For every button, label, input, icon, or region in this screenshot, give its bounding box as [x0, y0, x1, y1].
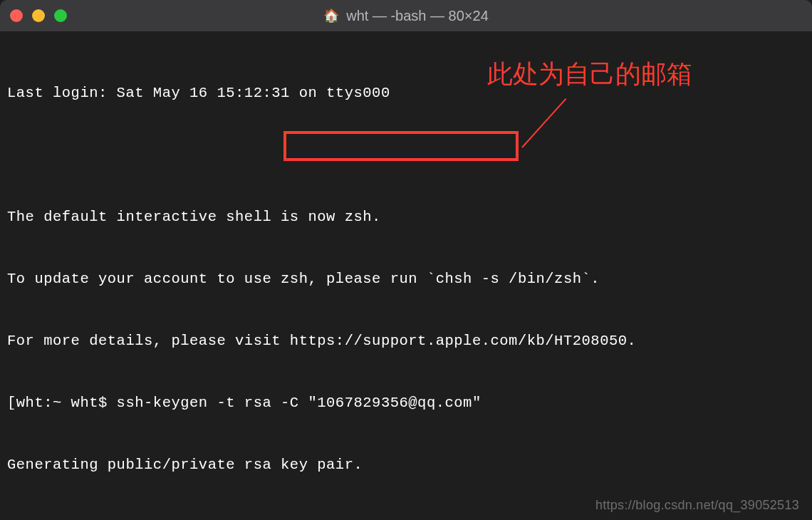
close-button[interactable]: [10, 9, 23, 22]
minimize-button[interactable]: [32, 9, 45, 22]
window-title: 🏠 wht — -bash — 80×24: [323, 8, 489, 24]
title-text: wht — -bash — 80×24: [346, 8, 489, 24]
titlebar: 🏠 wht — -bash — 80×24: [0, 0, 812, 31]
terminal-body[interactable]: Last login: Sat May 16 15:12:31 on ttys0…: [0, 31, 812, 520]
traffic-lights: [10, 9, 67, 22]
terminal-line: Last login: Sat May 16 15:12:31 on ttys0…: [7, 83, 805, 103]
home-icon: 🏠: [323, 8, 339, 24]
terminal-line: Enter file in which to save the key (/Us…: [7, 516, 805, 520]
terminal-line: The default interactive shell is now zsh…: [7, 207, 805, 227]
terminal-line: Generating public/private rsa key pair.: [7, 454, 805, 475]
terminal-line: [7, 145, 805, 165]
maximize-button[interactable]: [54, 9, 67, 22]
terminal-window: 🏠 wht — -bash — 80×24 Last login: Sat Ma…: [0, 0, 812, 520]
watermark: https://blog.csdn.net/qq_39052513: [595, 498, 799, 513]
terminal-line: [wht:~ wht$ ssh-keygen -t rsa -C "106782…: [7, 392, 805, 413]
email-argument: "1067829356@qq.com": [308, 395, 481, 411]
prompt-prefix: [wht:~ wht$ ssh-keygen -t rsa -C: [7, 395, 308, 411]
terminal-line: For more details, please visit https://s…: [7, 331, 805, 351]
terminal-line: To update your account to use zsh, pleas…: [7, 269, 805, 289]
